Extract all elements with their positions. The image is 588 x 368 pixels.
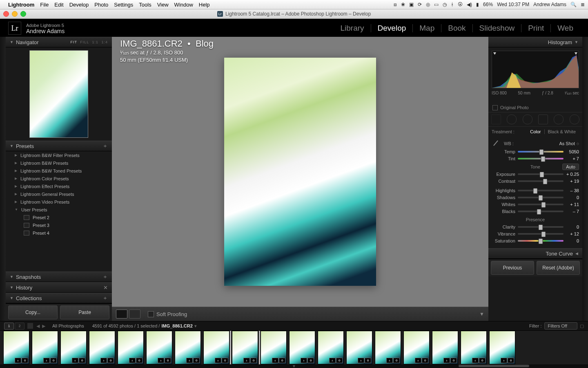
whites-slider[interactable]: Whites+ 11 bbox=[492, 201, 579, 208]
histogram-header[interactable]: Histogram▼ bbox=[488, 37, 582, 47]
leaf-icon[interactable]: ❀ bbox=[401, 2, 405, 7]
thumbnail[interactable]: ⚙± bbox=[375, 331, 401, 364]
close-window-button[interactable] bbox=[3, 11, 9, 17]
navigator-header[interactable]: ▼ Navigator FIT FILL 1:1 1:4 bbox=[6, 37, 112, 47]
saturation-slider[interactable]: Saturation0 bbox=[492, 237, 579, 244]
bluetooth-icon[interactable]: ᚼ bbox=[451, 2, 454, 7]
wb-mode-select[interactable]: As Shot bbox=[559, 141, 575, 146]
spotlight-icon[interactable]: 🔍 bbox=[570, 2, 577, 7]
toolbar-options-icon[interactable]: ▼ bbox=[479, 311, 484, 317]
module-develop[interactable]: Develop bbox=[371, 24, 413, 33]
filter-select[interactable]: Filters Off bbox=[544, 322, 577, 330]
previous-button[interactable]: Previous bbox=[491, 261, 534, 275]
tonecurve-header[interactable]: Tone Curve◀ bbox=[488, 248, 582, 259]
thumbnail[interactable]: ⚙± bbox=[489, 331, 515, 364]
treatment-color[interactable]: Color bbox=[527, 129, 544, 134]
treatment-bw[interactable]: Black & White bbox=[545, 129, 579, 134]
preset-folder[interactable]: ▶Lightroom Color Presets bbox=[6, 175, 112, 182]
module-slideshow[interactable]: Slideshow bbox=[473, 24, 521, 33]
menu-develop[interactable]: Develop bbox=[69, 2, 89, 8]
redeye-tool-icon[interactable] bbox=[523, 114, 532, 124]
thumbnail[interactable]: ⚙± bbox=[261, 331, 287, 364]
thumbnail[interactable]: ⚙± bbox=[318, 331, 344, 364]
vibrance-slider[interactable]: Vibrance+ 12 bbox=[492, 230, 579, 237]
radial-filter-icon[interactable] bbox=[554, 114, 564, 124]
exposure-slider[interactable]: Exposure+ 0.25 bbox=[492, 171, 579, 177]
preset-folder[interactable]: ▶Lightroom Video Presets bbox=[6, 198, 112, 206]
contrast-slider[interactable]: Contrast+ 19 bbox=[492, 177, 579, 184]
minimize-window-button[interactable] bbox=[12, 11, 18, 17]
preset-item[interactable]: Preset 3 bbox=[6, 221, 112, 229]
navigator-thumbnail[interactable] bbox=[6, 47, 112, 141]
tint-slider[interactable]: Tint+ 7 bbox=[492, 155, 579, 162]
preset-folder-user[interactable]: ▼User Presets bbox=[6, 206, 112, 213]
auto-tone-button[interactable]: Auto bbox=[562, 164, 579, 170]
preset-folder[interactable]: ▶Lightroom B&W Presets bbox=[6, 159, 112, 167]
add-preset-icon[interactable]: ＋ bbox=[102, 142, 108, 150]
filmstrip-scrollbar[interactable]: ▼ bbox=[0, 364, 588, 368]
right-panel-rail[interactable] bbox=[582, 37, 588, 321]
zoom-window-button[interactable] bbox=[20, 11, 26, 17]
thumbnail[interactable]: ⚙± bbox=[60, 331, 87, 364]
menu-window[interactable]: Window bbox=[174, 2, 193, 8]
menu-tools[interactable]: Tools bbox=[139, 2, 151, 8]
sync-icon[interactable]: ⟳ bbox=[418, 2, 422, 7]
battery-icon[interactable]: ▮ bbox=[476, 2, 479, 7]
blacks-slider[interactable]: Blacks– 7 bbox=[492, 208, 579, 215]
menu-file[interactable]: File bbox=[40, 2, 49, 8]
filmstrip-thumbs[interactable]: ⚙± ⚙± ⚙± ⚙± ⚙± ⚙± ⚙± ⚙± ⚙± ⚙± ⚙± ⚙± ⚙± ⚙… bbox=[0, 331, 588, 364]
menu-photo[interactable]: Photo bbox=[94, 2, 108, 8]
thumbnail[interactable]: ⚙± bbox=[32, 331, 58, 364]
menu-edit[interactable]: Edit bbox=[54, 2, 63, 8]
module-book[interactable]: Book bbox=[441, 24, 472, 33]
collections-header[interactable]: ▼Collections＋ bbox=[6, 293, 112, 303]
main-display-icon[interactable]: 1 bbox=[4, 323, 14, 330]
preset-folder[interactable]: ▶Lightroom B&W Toned Presets bbox=[6, 167, 112, 175]
soft-proof-checkbox[interactable] bbox=[148, 311, 154, 317]
airplay-icon[interactable]: ▭ bbox=[434, 2, 439, 7]
image-canvas[interactable]: IMG_8861.CR2 • Blog ¹⁄₁₂₅ sec at ƒ / 2.8… bbox=[112, 37, 488, 307]
preset-folder[interactable]: ▶Lightroom B&W Filter Presets bbox=[6, 151, 112, 159]
filmstrip-source[interactable]: All Photographs bbox=[52, 323, 84, 328]
left-panel-rail[interactable] bbox=[0, 37, 6, 321]
menubar-app[interactable]: Lightroom bbox=[8, 2, 34, 8]
thumbnail[interactable]: ⚙± bbox=[175, 331, 201, 364]
cc-icon[interactable]: ◎ bbox=[426, 2, 430, 7]
temp-slider[interactable]: Temp5050 bbox=[492, 148, 579, 155]
highlights-slider[interactable]: Highlights– 38 bbox=[492, 187, 579, 194]
loupe-view-button[interactable] bbox=[116, 310, 127, 319]
original-photo-toggle[interactable]: Original Photo bbox=[488, 103, 582, 112]
timemachine-icon[interactable]: ◷ bbox=[443, 2, 447, 7]
grad-filter-icon[interactable] bbox=[538, 114, 548, 124]
dropbox-icon[interactable]: ⧈ bbox=[394, 2, 397, 7]
menu-settings[interactable]: Settings bbox=[114, 2, 133, 8]
preset-folder[interactable]: ▶Lightroom Effect Presets bbox=[6, 182, 112, 190]
copy-button[interactable]: Copy... bbox=[8, 305, 58, 319]
shadows-slider[interactable]: Shadows0 bbox=[492, 194, 579, 201]
chevron-down-icon[interactable]: ▾ bbox=[194, 323, 197, 329]
thumbnail[interactable]: ⚙± bbox=[461, 331, 487, 364]
display-icon[interactable]: ▣ bbox=[409, 2, 414, 7]
thumbnail[interactable]: ⚙± bbox=[289, 331, 315, 364]
volume-icon[interactable]: ◀) bbox=[467, 2, 472, 7]
filter-lock-icon[interactable]: ▢ bbox=[580, 323, 584, 329]
collapse-filmstrip-icon[interactable]: ▼ bbox=[292, 364, 296, 368]
histogram-panel[interactable]: ISO 800 50 mm ƒ / 2.8 ¹⁄₁₂₅ sec bbox=[488, 47, 582, 103]
clarity-slider[interactable]: Clarity0 bbox=[492, 223, 579, 230]
module-library[interactable]: Library bbox=[334, 24, 371, 33]
presets-header[interactable]: ▼ Presets ＋ bbox=[6, 141, 112, 151]
preset-folder[interactable]: ▶Lightroom General Presets bbox=[6, 190, 112, 198]
notifications-icon[interactable]: ≣ bbox=[581, 2, 585, 7]
module-print[interactable]: Print bbox=[521, 24, 550, 33]
before-after-button[interactable] bbox=[129, 310, 140, 319]
preset-item[interactable]: Preset 4 bbox=[6, 229, 112, 237]
menu-view[interactable]: View bbox=[157, 2, 169, 8]
wifi-icon[interactable]: ⦿ bbox=[458, 2, 463, 7]
thumbnail[interactable]: ⚙± bbox=[3, 331, 29, 364]
thumbnail[interactable]: ⚙± bbox=[89, 331, 115, 364]
thumbnail[interactable]: ⚙± bbox=[346, 331, 372, 364]
prev-photo-icon[interactable]: ◀ bbox=[36, 323, 40, 329]
thumbnail-selected[interactable]: ⚙± bbox=[232, 331, 258, 364]
crop-tool-icon[interactable] bbox=[491, 114, 501, 124]
module-web[interactable]: Web bbox=[551, 24, 580, 33]
